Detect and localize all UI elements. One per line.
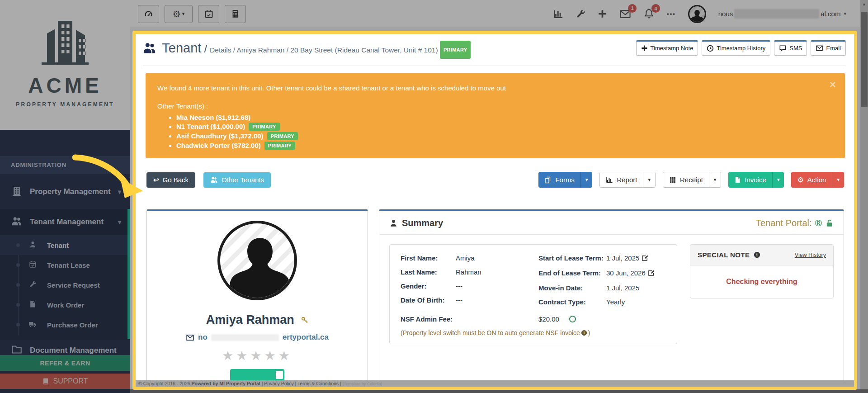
brand-name: ACME (0, 73, 130, 98)
book-icon (42, 378, 49, 385)
sidebar-subitem-tenant-lease[interactable]: Tenant Lease (0, 255, 130, 275)
users-icon (11, 216, 23, 229)
timestamp-note-button[interactable]: Timestamp Note (636, 40, 698, 56)
support-button[interactable]: SUPPORT (0, 374, 130, 389)
active-section-accent (127, 209, 130, 339)
sidebar-section-administration: ADMINISTRATION (0, 156, 130, 174)
user-avatar[interactable] (688, 5, 706, 23)
go-back-label: Go Back (163, 176, 189, 184)
timestamp-note-label: Timestamp Note (651, 45, 693, 52)
terms-link[interactable]: Terms & Conditions (297, 381, 339, 386)
settings-button[interactable]: ⚙ ▾ (165, 5, 193, 23)
forms-dropdown-button[interactable]: ▾ (580, 172, 593, 188)
invoice-button[interactable]: Invoice (728, 172, 772, 188)
page-title: Tenant (162, 41, 201, 55)
receipt-dropdown-button[interactable]: ▾ (709, 172, 721, 187)
lock-open-icon[interactable] (825, 219, 834, 227)
edit-icon[interactable] (642, 255, 649, 263)
add-button[interactable] (598, 9, 607, 19)
messages-button[interactable]: 1 (619, 8, 631, 20)
caret-down-icon: ▾ (714, 177, 717, 183)
primary-status-badge: PRIMARY (264, 142, 295, 150)
report-dropdown-button[interactable]: ▾ (643, 172, 655, 187)
list-item: Chadwick Porter ($782.00)PRIMARY (176, 142, 833, 150)
view-history-link[interactable]: View History (795, 252, 826, 258)
close-icon[interactable]: × (830, 78, 836, 91)
sms-button[interactable]: SMS (774, 40, 807, 56)
gear-icon: ⚙ (797, 176, 803, 184)
other-tenants-button[interactable]: Other Tenants (203, 172, 271, 188)
info-icon[interactable]: i (754, 251, 760, 258)
invoice-file-icon (734, 176, 741, 183)
edit-icon[interactable] (648, 270, 655, 278)
caret-down-icon: ▾ (837, 177, 840, 183)
breadcrumb: Tenant/Details / Amiya Rahman / 20 Bay S… (143, 40, 505, 60)
info-icon[interactable]: i (581, 330, 587, 336)
receipt-button[interactable]: Receipt (663, 172, 709, 187)
building-icon (11, 186, 23, 198)
tenant-email[interactable]: no ertyportal.ca (147, 333, 368, 342)
action-dropdown-button[interactable]: ▾ (832, 172, 844, 188)
sidebar-subitem-purchase-order[interactable]: Purchase Order (0, 315, 130, 335)
forms-label: Forms (555, 176, 575, 184)
svg-text:i: i (756, 253, 758, 257)
tenant-portal-label: Tenant Portal: (756, 218, 811, 228)
user-menu[interactable]: nous al.com ▾ (718, 9, 846, 19)
notifications-button[interactable]: 4 (643, 8, 655, 19)
nsf-note: (Property level switch must be ON to aut… (401, 329, 666, 336)
tenant-email-suffix: ertyportal.ca (283, 333, 329, 342)
privacy-policy-link[interactable]: Privacy Policy (264, 381, 293, 386)
field-first-name: First Name:Amiya (401, 254, 538, 263)
sidebar-subitem-tenant[interactable]: Tenant (0, 235, 130, 255)
sidebar-item-label: Property Management (30, 187, 111, 196)
powered-by-link[interactable]: Powered by MI Property Portal (191, 381, 260, 386)
dashboard-button[interactable] (138, 5, 159, 23)
report-label: Report (617, 176, 637, 184)
more-options-button[interactable]: ••• (667, 10, 676, 17)
invoice-dropdown-button[interactable]: ▾ (772, 172, 784, 188)
person-icon (28, 241, 37, 250)
brand-logo[interactable]: ACME PROPERTY MANAGEMENT (0, 0, 130, 130)
reply-arrow-icon: ↩ (153, 176, 159, 184)
alert-other-tenants-label: Other Tenant(s) : (157, 102, 833, 110)
timestamp-history-label: Timestamp History (717, 45, 765, 52)
forms-button[interactable]: Forms (538, 172, 580, 188)
truck-icon (28, 320, 37, 330)
primary-status-badge: PRIMARY (249, 123, 279, 131)
action-label: Action (807, 176, 826, 184)
breadcrumb-path: Details / Amiya Rahman / 20 Bay Street (… (210, 46, 438, 54)
field-nsf-admin-fee: NSF Admin Fee: $20.00 (401, 315, 666, 323)
sidebar-item-property-management[interactable]: Property Management ▾ (0, 178, 130, 206)
top-toolbar: ⚙ ▾ (130, 0, 868, 28)
gear-icon: ⚙ (173, 9, 181, 19)
sidebar-subitem-work-order[interactable]: Work Order (0, 295, 130, 315)
action-button[interactable]: ⚙ Action (791, 172, 832, 188)
go-back-button[interactable]: ↩ Go Back (146, 172, 195, 188)
nsf-toggle[interactable] (569, 316, 576, 322)
sidebar-subitem-service-request[interactable]: Service Request (0, 275, 130, 295)
scrollbar-up-arrow[interactable]: ▲ (860, 2, 868, 6)
calendar-button[interactable] (198, 5, 219, 23)
key-icon[interactable] (301, 313, 308, 327)
alert-message: We found 4 more tenant in this unit. Oth… (157, 84, 833, 92)
caret-down-icon: ▾ (585, 177, 588, 183)
email-label: Email (826, 45, 841, 52)
report-button[interactable]: Report (600, 172, 643, 187)
copyright-text: © Copyright 2016 - 2026 (138, 381, 191, 386)
tools-button[interactable] (576, 9, 585, 19)
tenant-rating-stars[interactable]: ★★★★★ (147, 348, 368, 363)
timestamp-history-button[interactable]: Timestamp History (702, 40, 770, 56)
refer-and-earn-button[interactable]: REFER & EARN (0, 355, 130, 371)
calendar-check-icon (204, 9, 213, 19)
list-item: N1 Tenant ($1,000.00)PRIMARY (176, 123, 833, 131)
vertical-scrollbar[interactable]: ▲ (860, 0, 868, 393)
calculator-button[interactable] (225, 5, 246, 23)
email-button[interactable]: Email (811, 40, 846, 56)
registered-icon[interactable]: ® (815, 218, 822, 228)
field-gender: Gender:--- (401, 282, 538, 291)
tenant-toggle-button[interactable] (230, 369, 284, 381)
sidebar-item-tenant-management[interactable]: Tenant Management ▾ (0, 209, 130, 235)
tenant-name: Amiya Rahman (206, 313, 294, 327)
reports-chart-button[interactable] (553, 9, 563, 19)
scrollbar-thumb[interactable] (861, 12, 868, 107)
